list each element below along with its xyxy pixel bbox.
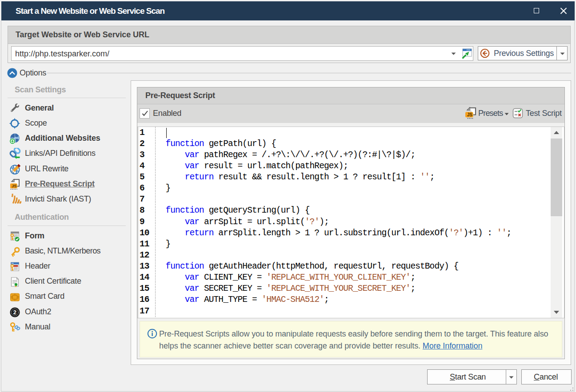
svg-text:JS: JS [467, 112, 473, 117]
svg-text:2: 2 [13, 309, 16, 316]
svg-text:JS: JS [12, 184, 16, 188]
